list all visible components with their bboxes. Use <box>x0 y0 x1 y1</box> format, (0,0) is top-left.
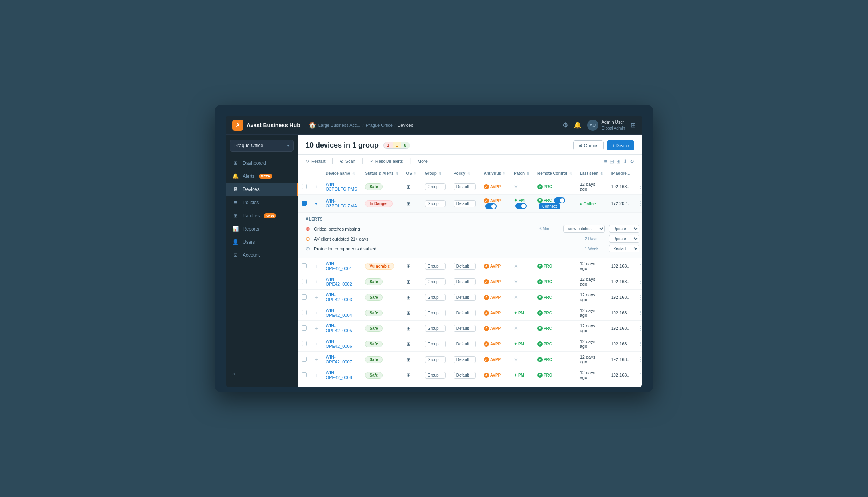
group-select[interactable]: Group <box>425 356 446 363</box>
sidebar-item-users[interactable]: 👤 Users <box>226 235 298 248</box>
list-view-icon[interactable]: ≡ <box>604 158 607 164</box>
row-expand-button[interactable]: + <box>315 184 318 190</box>
groups-button[interactable]: ⊞ Groups <box>573 140 604 150</box>
breadcrumb-office[interactable]: Prague Office <box>366 123 393 128</box>
device-name-link[interactable]: WIN-OPE42_0004 <box>326 308 352 318</box>
office-selector[interactable]: Prague Office ▾ <box>230 140 294 152</box>
row-expand-button[interactable]: + <box>315 294 318 300</box>
row-expand-button[interactable]: + <box>315 310 318 316</box>
row-menu-icon[interactable]: ⋮ <box>638 263 642 269</box>
settings-icon[interactable]: ⚙ <box>562 121 568 129</box>
row-checkbox[interactable] <box>302 201 307 206</box>
sidebar-item-policies[interactable]: ≡ Policies <box>226 196 298 209</box>
device-name-link[interactable]: WIN-OPE42_0005 <box>326 323 352 333</box>
row-menu-icon[interactable]: ⋮ <box>638 372 642 378</box>
col-policy[interactable]: Policy ⇅ <box>450 168 480 179</box>
refresh-icon[interactable]: ↻ <box>630 158 634 164</box>
policy-select[interactable]: Default <box>454 278 476 285</box>
sidebar-item-devices[interactable]: 🖥 Devices <box>226 183 298 196</box>
device-name-link[interactable]: WIN-OPE42_0006 <box>326 339 352 349</box>
download-icon[interactable]: ⬇ <box>623 158 627 164</box>
row-menu-icon[interactable]: ⋮ <box>638 294 642 300</box>
resolve-alerts-button[interactable]: ✓ Resolve alerts <box>370 159 403 164</box>
group-select[interactable]: Group <box>425 278 446 285</box>
row-menu-icon[interactable]: ⋮ <box>638 341 642 347</box>
row-expand-button[interactable]: + <box>315 372 318 378</box>
row-checkbox[interactable] <box>302 341 307 346</box>
row-checkbox[interactable] <box>302 263 307 268</box>
device-name-link[interactable]: WIN-OPE42_0008 <box>326 370 352 380</box>
row-menu-icon[interactable]: ⋮ <box>638 183 642 190</box>
col-device-name[interactable]: Device name ⇅ <box>322 168 361 179</box>
device-name-link[interactable]: WIN-OPE42_0007 <box>326 355 352 364</box>
group-select[interactable]: Group <box>425 372 446 379</box>
group-select[interactable]: Group <box>425 325 446 332</box>
policy-select[interactable]: Default <box>454 325 476 332</box>
row-expand-button[interactable]: ▾ <box>315 201 318 207</box>
row-expand-button[interactable]: + <box>315 357 318 363</box>
row-checkbox[interactable] <box>302 310 307 315</box>
grid-icon[interactable]: ⊞ <box>631 121 636 129</box>
policy-select[interactable]: Default <box>454 200 476 207</box>
group-select[interactable]: Group <box>425 183 446 190</box>
col-status[interactable]: Status & Alerts ⇅ <box>361 168 402 179</box>
alert-action-select[interactable]: Update <box>609 235 639 243</box>
sidebar-item-alerts[interactable]: 🔔 Alerts BETA <box>226 170 298 183</box>
device-name-link[interactable]: WIN-OPE42_0001 <box>326 261 352 271</box>
sidebar-item-dashboard[interactable]: ⊞ Dashboard <box>226 156 298 170</box>
col-antivirus[interactable]: Antivirus ⇅ <box>480 168 510 179</box>
row-menu-icon[interactable]: ⋮ <box>638 278 642 285</box>
av-toggle[interactable] <box>485 203 497 209</box>
columns-icon[interactable]: ⊟ <box>610 158 614 164</box>
sidebar-item-patches[interactable]: ⊞ Patches NEW <box>226 209 298 222</box>
policy-select[interactable]: Default <box>454 183 476 190</box>
notifications-icon[interactable]: 🔔 <box>574 121 582 129</box>
restart-button[interactable]: ↺ Restart <box>306 159 325 164</box>
row-checkbox[interactable] <box>302 372 307 377</box>
col-group[interactable]: Group ⇅ <box>421 168 450 179</box>
row-checkbox[interactable] <box>302 357 307 362</box>
policy-select[interactable]: Default <box>454 372 476 379</box>
collapse-button[interactable]: « <box>226 365 298 382</box>
policy-select[interactable]: Default <box>454 263 476 270</box>
policy-select[interactable]: Default <box>454 356 476 363</box>
prc-toggle[interactable] <box>554 197 565 203</box>
row-menu-icon[interactable]: ⋮ <box>638 356 642 363</box>
row-checkbox[interactable] <box>302 279 307 284</box>
row-menu-icon[interactable]: ⋮ <box>638 200 642 207</box>
scan-button[interactable]: ⊙ Scan <box>340 159 355 164</box>
device-name-link[interactable]: WIN-O3POLFGIZMA <box>326 199 357 208</box>
group-select[interactable]: Group <box>425 263 446 270</box>
col-patch[interactable]: Patch ⇅ <box>510 168 533 179</box>
sidebar-item-reports[interactable]: 📊 Reports <box>226 222 298 235</box>
more-button[interactable]: More <box>418 159 428 164</box>
device-name-link[interactable]: WIN-OPE42_0002 <box>326 277 352 286</box>
row-expand-button[interactable]: + <box>315 279 318 285</box>
group-select[interactable]: Group <box>425 341 446 347</box>
row-menu-icon[interactable]: ⋮ <box>638 310 642 316</box>
device-name-link[interactable]: WIN-OPE42_0003 <box>326 292 352 302</box>
alert-action-select[interactable]: Restart <box>609 245 639 252</box>
add-device-button[interactable]: + Device <box>607 140 634 150</box>
grid-view-icon[interactable]: ⊞ <box>616 158 621 164</box>
pm-toggle[interactable] <box>515 203 527 209</box>
policy-select[interactable]: Default <box>454 341 476 347</box>
row-expand-button[interactable]: + <box>315 325 318 331</box>
row-expand-button[interactable]: + <box>315 263 318 269</box>
group-select[interactable]: Group <box>425 200 446 207</box>
col-remote[interactable]: Remote Control ⇅ <box>533 168 576 179</box>
row-checkbox[interactable] <box>302 294 307 300</box>
policy-select[interactable]: Default <box>454 310 476 316</box>
breadcrumb-acc[interactable]: Large Business Acc... <box>318 123 361 128</box>
device-name-link[interactable]: WIN-O3POLFGIPMS <box>326 182 357 191</box>
connect-button[interactable]: Connect <box>539 203 560 209</box>
col-last-seen[interactable]: Last seen ⇅ <box>576 168 607 179</box>
alert-action2-select[interactable]: Update <box>609 225 639 233</box>
row-checkbox[interactable] <box>302 325 307 331</box>
row-expand-button[interactable]: + <box>315 341 318 347</box>
row-checkbox[interactable] <box>302 184 307 189</box>
row-menu-icon[interactable]: ⋮ <box>638 325 642 331</box>
col-os[interactable]: OS ⇅ <box>402 168 421 179</box>
policy-select[interactable]: Default <box>454 294 476 301</box>
group-select[interactable]: Group <box>425 310 446 316</box>
